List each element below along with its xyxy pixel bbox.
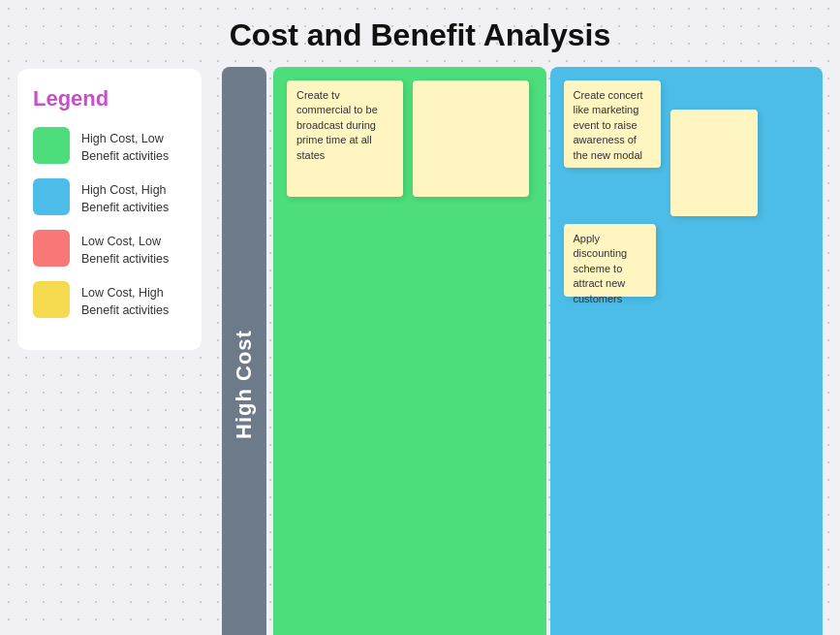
legend-item-1: High Cost, High Benefit activities (33, 178, 186, 216)
legend-title: Legend (33, 86, 186, 111)
legend-label-2: Low Cost, Low Benefit activities (81, 230, 186, 268)
quadrant-grid: Create tv commercial to be broadcast dur… (273, 67, 823, 635)
sticky-tr-3[interactable] (670, 110, 758, 216)
main-layout: Legend High Cost, Low Benefit activities… (0, 67, 840, 632)
sticky-tl-1[interactable]: Create tv commercial to be broadcast dur… (287, 80, 403, 197)
matrix-area: High Cost Low Cost Create tv commercial … (219, 67, 823, 632)
legend-label-1: High Cost, High Benefit activities (81, 178, 186, 216)
legend-item-0: High Cost, Low Benefit activities (33, 127, 186, 165)
legend-label-3: Low Cost, High Benefit activities (81, 281, 186, 319)
legend-label-0: High Cost, Low Benefit activities (81, 127, 186, 165)
sticky-tr-2[interactable]: Apply discounting scheme to attract new … (564, 224, 656, 297)
y-label-high: High Cost (219, 67, 269, 635)
sticky-tl-2[interactable] (413, 80, 529, 197)
quadrant-top-right: Create concert like marketing event to r… (550, 67, 824, 635)
quadrant-top-left: Create tv commercial to be broadcast dur… (273, 67, 546, 635)
legend-color-green (33, 127, 70, 164)
legend-item-2: Low Cost, Low Benefit activities (33, 230, 186, 268)
matrix-rows: High Cost Low Cost Create tv commercial … (219, 67, 823, 635)
legend-item-3: Low Cost, High Benefit activities (33, 281, 186, 319)
y-label-high-cost: High Cost (222, 67, 266, 635)
legend-color-blue (33, 178, 70, 215)
y-axis: High Cost Low Cost (219, 67, 269, 635)
top-row: Create tv commercial to be broadcast dur… (273, 67, 823, 635)
legend-color-red (33, 230, 70, 267)
legend-panel: Legend High Cost, Low Benefit activities… (17, 69, 202, 350)
legend-color-yellow (33, 281, 70, 318)
sticky-tr-1[interactable]: Create concert like marketing event to r… (564, 80, 661, 168)
page-title: Cost and Benefit Analysis (0, 0, 840, 67)
